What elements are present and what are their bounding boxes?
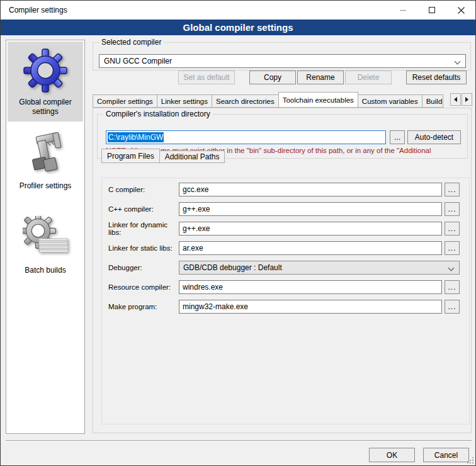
page-title: Global compiler settings [1, 20, 475, 35]
browse-linker-dynamic-button[interactable]: ... [445, 222, 460, 236]
tab-scroll-right-button[interactable] [462, 93, 472, 106]
linker-dynamic-input[interactable] [179, 222, 442, 236]
toolchain-executables-page: Compiler's installation directory C:\ray… [93, 108, 472, 433]
arrow-right-icon [465, 97, 468, 102]
compiler-action-buttons: Set as default Copy Rename Delete Reset … [93, 71, 471, 84]
maximize-button[interactable] [417, 1, 446, 20]
tab-program-files[interactable]: Program Files [101, 149, 160, 163]
delete-button[interactable]: Delete [345, 71, 392, 84]
titlebar: Compiler settings [1, 1, 475, 20]
linker-static-input[interactable] [179, 241, 442, 255]
ok-button[interactable]: OK [369, 448, 415, 462]
field-row-linker-static: Linker for static libs: ... [108, 241, 463, 255]
debugger-value: GDB/CDB debugger : Default [183, 263, 282, 272]
field-label: C compiler: [108, 186, 179, 193]
close-icon [458, 7, 465, 14]
field-row-linker-dynamic: Linker for dynamic libs: ... [108, 222, 463, 236]
resize-grip-icon [472, 462, 473, 463]
browse-c-compiler-button[interactable]: ... [445, 183, 460, 196]
settings-category-list: Global compiler settings [6, 40, 85, 434]
field-row-cpp-compiler: C++ compiler: ... [108, 202, 463, 216]
debugger-combobox[interactable]: GDB/CDB debugger : Default [179, 261, 460, 275]
chevron-down-icon [455, 59, 461, 65]
field-row-make-program: Make program: ... [108, 300, 463, 314]
selected-compiler-combobox[interactable]: GNU GCC Compiler [99, 54, 466, 68]
field-label: Make program: [108, 303, 179, 310]
sidebar-item-profiler-settings[interactable]: Profiler settings [8, 125, 83, 196]
tab-build-options[interactable]: Build options [422, 94, 443, 108]
auto-detect-button[interactable]: Auto-detect [407, 130, 461, 144]
browse-linker-static-button[interactable]: ... [445, 241, 460, 255]
sidebar-item-label: Batch builds [8, 266, 83, 275]
installation-directory-group-label: Compiler's installation directory [103, 110, 213, 118]
caption-buttons [388, 1, 475, 20]
field-row-resource-compiler: Resource compiler: ... [108, 280, 463, 294]
field-label: Linker for dynamic libs: [108, 221, 179, 236]
close-button[interactable] [446, 1, 475, 20]
tab-compiler-settings[interactable]: Compiler settings [93, 94, 157, 108]
resize-grip[interactable] [467, 457, 474, 464]
field-label: C++ compiler: [108, 205, 179, 213]
maximize-icon [429, 7, 435, 13]
cancel-button[interactable]: Cancel [423, 448, 469, 462]
rename-button[interactable]: Rename [297, 71, 344, 84]
selected-compiler-value: GNU GCC Compiler [104, 57, 172, 65]
settings-tabbar: Compiler settings Linker settings Search… [93, 92, 450, 108]
tab-toolchain-executables[interactable]: Toolchain executables [278, 92, 358, 108]
field-row-c-compiler: C compiler: ... [108, 183, 463, 196]
installation-directory-input[interactable]: C:\raylib\MinGW [106, 130, 386, 144]
footer-divider [6, 440, 472, 441]
arrow-left-icon [454, 97, 457, 102]
caliper-icon [8, 130, 83, 178]
program-files-tabbar: Program Files Additional Paths [101, 149, 454, 163]
tab-search-directories[interactable]: Search directories [212, 94, 279, 108]
program-files-panel: C compiler: ... C++ compiler: ... Linker… [101, 178, 470, 424]
selected-compiler-group: Selected compiler GNU GCC Compiler [93, 42, 471, 71]
tab-additional-paths[interactable]: Additional Paths [159, 151, 225, 163]
c-compiler-input[interactable] [179, 183, 442, 196]
browse-cpp-compiler-button[interactable]: ... [445, 202, 460, 216]
tab-scroll-buttons [450, 93, 472, 106]
field-label: Resource compiler: [108, 283, 179, 291]
reset-defaults-button[interactable]: Reset defaults [406, 71, 467, 84]
sidebar-item-label: Profiler settings [8, 181, 83, 191]
resource-compiler-input[interactable] [179, 280, 442, 294]
copy-button[interactable]: Copy [249, 71, 296, 84]
minimize-button[interactable] [388, 1, 417, 20]
window-title: Compiler settings [9, 1, 67, 20]
blue-gear-icon [8, 47, 83, 94]
tab-linker-settings[interactable]: Linker settings [157, 94, 212, 108]
browse-resource-compiler-button[interactable]: ... [445, 280, 460, 294]
sidebar-item-global-compiler-settings[interactable]: Global compiler settings [8, 42, 83, 122]
installation-directory-value: C:\raylib\MinGW [108, 132, 164, 142]
compiler-settings-dialog: Compiler settings Global compiler settin… [0, 0, 476, 466]
selected-compiler-group-label: Selected compiler [99, 38, 164, 47]
browse-make-program-button[interactable]: ... [445, 300, 460, 314]
gear-stack-icon [8, 215, 83, 263]
field-label: Linker for static libs: [108, 244, 179, 252]
make-program-input[interactable] [179, 300, 442, 314]
sidebar-item-label: Global compiler settings [8, 98, 83, 116]
chevron-down-icon [448, 265, 455, 271]
tab-custom-variables[interactable]: Custom variables [358, 94, 422, 108]
sidebar-item-batch-builds[interactable]: Batch builds [8, 210, 83, 280]
minimize-icon [400, 10, 406, 11]
tab-scroll-left-button[interactable] [450, 93, 461, 106]
browse-directory-button[interactable]: ... [390, 130, 405, 144]
field-label: Debugger: [108, 264, 179, 271]
cpp-compiler-input[interactable] [179, 202, 442, 216]
set-as-default-button[interactable]: Set as default [178, 71, 235, 84]
field-row-debugger: Debugger: GDB/CDB debugger : Default [108, 261, 463, 275]
